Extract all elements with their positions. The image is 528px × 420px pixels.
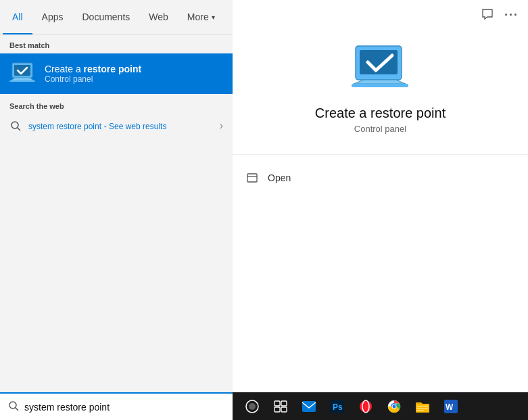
- svg-rect-15: [281, 401, 287, 406]
- web-section-label: Search the web: [0, 94, 233, 114]
- right-panel-app-icon: [347, 41, 414, 95]
- best-match-label: Best match: [0, 34, 233, 53]
- svg-rect-2: [9, 80, 35, 82]
- tab-web[interactable]: Web: [139, 0, 178, 34]
- web-search-item[interactable]: system restore point - See web results ›: [0, 114, 233, 137]
- svg-point-21: [360, 400, 372, 413]
- cortana-button[interactable]: [239, 392, 265, 420]
- photoshop-icon[interactable]: Ps: [325, 392, 350, 420]
- svg-text:Ps: Ps: [333, 402, 343, 412]
- search-panel: All Apps Documents Web More ▾ Best match: [0, 0, 233, 392]
- svg-point-13: [249, 403, 256, 410]
- open-action[interactable]: Open: [233, 166, 528, 190]
- task-view-button[interactable]: [268, 392, 293, 420]
- svg-rect-1: [14, 65, 30, 76]
- svg-rect-7: [352, 84, 408, 87]
- best-match-text: Create a restore point Control panel: [45, 64, 141, 84]
- svg-text:W: W: [446, 402, 454, 412]
- taskbar-search-input[interactable]: [24, 402, 224, 413]
- svg-rect-30: [417, 410, 424, 411]
- right-panel-title: Create a restore point: [315, 106, 446, 121]
- file-explorer-icon[interactable]: [410, 392, 435, 420]
- svg-line-11: [16, 408, 18, 411]
- opera-icon[interactable]: [353, 392, 379, 420]
- best-match-title: Create a restore point: [45, 64, 141, 74]
- best-match-item[interactable]: Create a restore point Control panel: [0, 53, 233, 94]
- svg-rect-16: [274, 407, 280, 412]
- tab-bar: All Apps Documents Web More ▾: [0, 0, 233, 34]
- taskbar-search-icon: [8, 400, 19, 413]
- web-search-text: system restore point - See web results: [28, 121, 213, 131]
- open-action-label: Open: [268, 172, 291, 183]
- chrome-icon[interactable]: [381, 392, 407, 420]
- word-icon[interactable]: W: [438, 392, 464, 420]
- svg-line-4: [18, 128, 20, 131]
- panel-top-icons: ···: [481, 8, 519, 23]
- mail-icon[interactable]: [296, 392, 322, 420]
- taskbar: Ps: [0, 392, 528, 420]
- feedback-icon[interactable]: [481, 8, 494, 23]
- right-panel: ··· Create a restore point Control panel: [233, 0, 528, 392]
- tab-documents[interactable]: Documents: [72, 0, 139, 34]
- right-panel-subtitle: Control panel: [354, 124, 406, 134]
- svg-rect-6: [360, 50, 398, 74]
- tab-more[interactable]: More ▾: [178, 0, 224, 34]
- svg-rect-17: [281, 407, 287, 412]
- chevron-down-icon: ▾: [212, 14, 215, 21]
- more-options-icon[interactable]: ···: [504, 8, 519, 23]
- svg-point-26: [393, 404, 396, 408]
- tab-apps[interactable]: Apps: [32, 0, 73, 34]
- open-window-icon: [246, 171, 260, 185]
- svg-rect-8: [247, 174, 257, 182]
- svg-rect-28: [417, 406, 428, 407]
- svg-rect-14: [274, 401, 280, 406]
- right-panel-divider: [233, 154, 528, 155]
- svg-rect-29: [417, 408, 428, 409]
- best-match-subtitle: Control panel: [45, 74, 141, 84]
- web-search-icon: [9, 120, 22, 132]
- taskbar-icons: Ps: [239, 392, 464, 420]
- web-chevron-icon: ›: [220, 120, 223, 132]
- taskbar-search-bar[interactable]: [0, 392, 233, 420]
- svg-rect-18: [302, 401, 316, 412]
- restore-point-icon: [9, 60, 37, 87]
- tab-all[interactable]: All: [3, 0, 32, 34]
